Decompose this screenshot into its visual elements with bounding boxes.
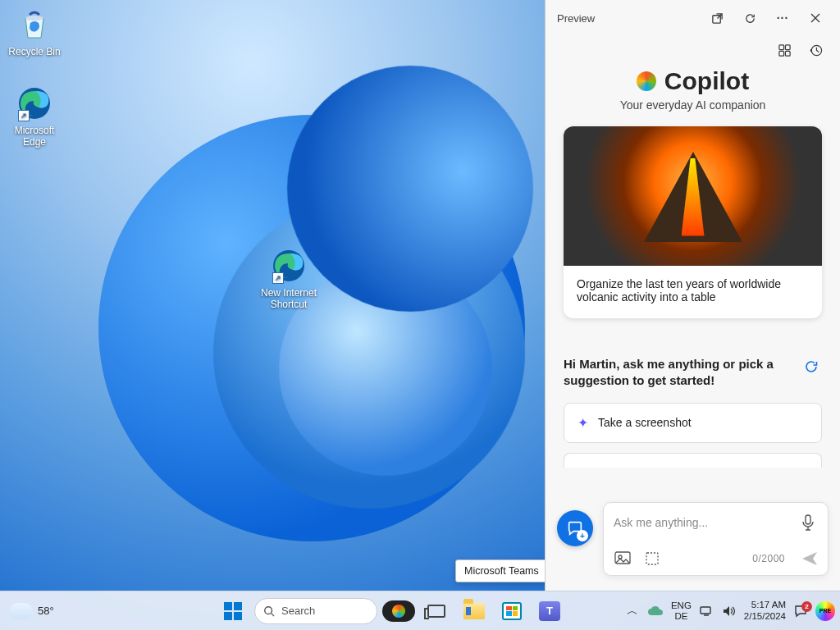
language-indicator[interactable]: ENG DE [671,600,692,621]
copilot-titlebar: Preview ··· [546,0,840,36]
svg-rect-5 [785,44,790,49]
microphone-icon[interactable] [798,511,818,534]
compose-area: + 0/2000 [546,502,840,591]
clock-date: 2/15/2024 [744,611,786,622]
notification-badge: 2 [801,601,812,612]
volume-icon[interactable] [721,605,737,617]
edge-icon: ↗ [16,85,52,121]
taskbar-widgets[interactable]: 58° [0,603,164,619]
suggestion-label: Take a screenshot [598,416,692,429]
lang-secondary: DE [671,611,692,622]
copilot-subtitle: Your everyday AI companion [562,98,824,112]
ms-store-icon [502,602,522,620]
onedrive-icon[interactable] [646,606,664,616]
copilot-window-label: Preview [557,12,595,25]
copilot-logo-icon [637,71,656,91]
suggestion-chip[interactable]: ✦ Take a screenshot [564,403,822,443]
shortcut-overlay-icon: ↗ [272,272,284,284]
history-icon[interactable] [802,37,829,63]
task-view-button[interactable] [420,595,453,628]
pre-label: PRE [819,608,831,614]
lang-primary: ENG [671,600,692,611]
recycle-bin-icon [16,7,52,43]
compose-input[interactable] [614,516,798,529]
send-icon[interactable] [797,551,818,566]
taskbar-search[interactable]: Search [254,598,377,624]
new-topic-button[interactable]: + [557,510,593,546]
clock-time: 5:17 AM [744,600,786,610]
desktop-icon-edge[interactable]: ↗ Microsoft Edge [3,85,66,148]
start-button[interactable] [217,595,249,628]
taskbar-explorer-button[interactable] [458,595,491,628]
plus-overlay-icon: + [577,530,588,541]
copilot-title: Copilot [664,67,749,95]
suggestion-card-text: Organize the last ten years of worldwide… [564,266,822,318]
refresh-icon[interactable] [737,5,763,31]
desktop[interactable]: Recycle Bin ↗ Microsoft Edge ↗ New Inter… [0,0,840,630]
svg-rect-7 [785,51,790,56]
suggestion-card-image [564,126,822,266]
weather-temp: 58° [38,605,54,617]
sparkle-icon: ✦ [578,415,588,431]
copilot-toolbar [546,36,840,64]
svg-point-0 [25,16,43,21]
suggestion-card[interactable]: Organize the last ten years of worldwide… [564,126,822,318]
suggestion-chip-partial[interactable] [564,453,822,468]
volcano-graphic [644,152,742,242]
copilot-pill-icon [382,600,415,622]
char-counter: 0/2000 [752,553,785,564]
taskbar-copilot-button[interactable] [382,595,415,628]
file-explorer-icon [463,603,485,619]
svg-rect-4 [778,44,783,49]
network-icon[interactable] [698,605,714,617]
taskbar-systray: ︿ ENG DE 5:17 AM 2/15/2024 2 PRE [619,600,840,621]
weather-icon [10,603,33,619]
compose-box: 0/2000 [603,502,829,576]
svg-rect-12 [646,553,658,564]
teams-icon: T [539,601,560,621]
more-icon[interactable]: ··· [769,5,796,31]
task-view-icon [427,605,445,618]
insider-pre-icon[interactable]: PRE [815,601,835,621]
refresh-suggestions-icon[interactable] [801,356,822,377]
svg-rect-6 [778,51,783,56]
taskbar-store-button[interactable] [495,595,528,628]
copilot-header: Copilot Your everyday AI companion [546,64,840,123]
teams-initial: T [546,605,553,617]
edge-icon: ↗ [271,248,307,284]
notifications-icon[interactable]: 2 [792,605,809,618]
windows-logo-icon [224,602,242,620]
taskbar-teams-button[interactable]: T [533,595,566,628]
image-attach-icon[interactable] [614,550,632,567]
svg-rect-9 [806,515,810,524]
copilot-greeting: Hi Martin, ask me anything or pick a sug… [564,356,792,390]
desktop-icon-recycle-bin[interactable]: Recycle Bin [3,7,66,57]
open-external-icon[interactable] [704,5,730,31]
taskbar-center: Search T [164,595,619,628]
plugins-icon[interactable] [771,37,797,63]
taskbar-clock[interactable]: 5:17 AM 2/15/2024 [744,600,786,621]
taskbar-tooltip: Microsoft Teams [455,559,548,582]
tray-overflow-icon[interactable]: ︿ [625,604,640,619]
desktop-icon-label: New Internet Shortcut [258,287,320,311]
search-icon [263,605,275,617]
desktop-icon-new-shortcut[interactable]: ↗ New Internet Shortcut [258,248,320,311]
close-icon[interactable] [802,5,829,31]
svg-rect-14 [701,607,710,614]
crop-icon[interactable] [643,550,661,567]
taskbar: 58° Search T [0,591,840,630]
desktop-icon-label: Microsoft Edge [3,125,66,148]
desktop-icon-label: Recycle Bin [8,46,60,57]
svg-point-13 [265,606,272,614]
shortcut-overlay-icon: ↗ [18,110,30,121]
search-label: Search [281,605,315,617]
copilot-panel: Preview ··· Copilot Your everyday AI com… [545,0,840,591]
